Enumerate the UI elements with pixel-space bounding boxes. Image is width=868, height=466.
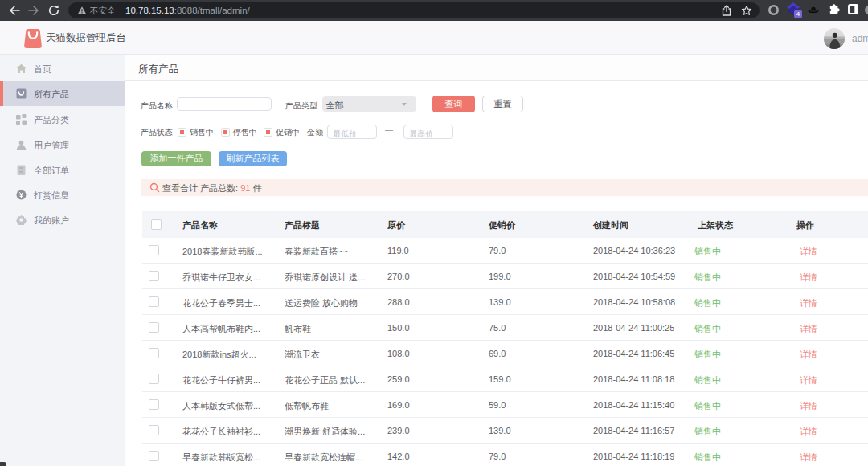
- svg-text:4: 4: [796, 10, 800, 18]
